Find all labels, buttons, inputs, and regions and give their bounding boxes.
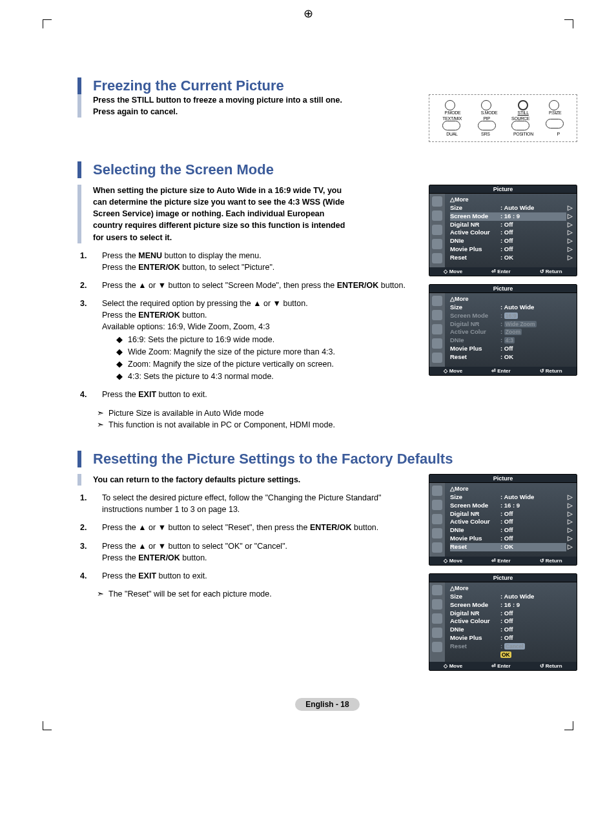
section-title: Freezing the Current Picture [77,77,577,94]
steps-list: 1. Press the MENU button to display the … [77,250,416,401]
section-title: Resetting the Picture Settings to the Fa… [77,451,577,467]
osd-more: △More [450,296,573,302]
osd-footer: ◇ Move⏎ Enter↺ Return [429,662,577,670]
osd-more: △More [450,585,573,591]
osd-row: Digital NR: Off▷ [450,510,573,518]
bullet-item: 4:3: Sets the picture to 4:3 normal mode… [116,371,416,383]
section-freezing: Freezing the Current Picture Press the S… [77,77,577,142]
note-item: Picture Size is available in Auto Wide m… [97,407,416,420]
crop-mark-icon [43,721,52,730]
bullet-item: 16:9: Sets the picture to 16:9 wide mode… [116,334,416,346]
osd-row: Screen Mode: 16 : 9▷ [450,212,573,221]
osd-more: △More [450,196,573,203]
intro-text: When setting the picture size to Auto Wi… [93,185,351,243]
osd-row: DNIe: Off [450,626,573,634]
osd-title: Picture [429,475,577,483]
step-item: 2. Press the ▲ or ▼ button to select "Sc… [97,280,416,291]
osd-row: Active Colour: Off [450,617,573,626]
intro-text: You can return to the factory defaults p… [93,474,351,486]
step-item: 3. Press the ▲ or ▼ button to select "OK… [97,540,416,564]
osd-row: Reset: OK▷ [450,543,573,551]
osd-row: Reset: OK [450,353,573,362]
step-item: 1. To select the desired picture effect,… [97,492,416,515]
osd-row: DNIe: Off▷ [450,526,573,535]
osd-row: DNIe: Off▷ [450,237,573,245]
osd-screenshot: Picture△MoreSize: Auto Wide▷Screen Mode:… [429,474,577,566]
osd-row: Reset: Cancel [450,642,573,651]
osd-footer: ◇ Move⏎ Enter↺ Return [429,367,577,375]
page-number-label: English - 18 [77,698,577,711]
osd-title: Picture [429,285,577,293]
osd-row: Screen Mode: 16 : 9▷ [450,502,573,510]
bullet-item: Zoom: Magnify the size of the picture ve… [116,358,416,371]
osd-row: Active Colour: Off▷ [450,518,573,526]
crop-mark-icon [564,721,573,730]
osd-row: OK [450,651,573,659]
section-title: Selecting the Screen Mode [77,161,577,178]
osd-row: Size: Auto Wide▷ [450,204,573,212]
osd-row: Digital NR: Off▷ [450,221,573,229]
osd-screenshot: Picture△MoreSize: Auto Wide▷Screen Mode:… [429,185,577,276]
osd-row: Movie Plus: Off▷ [450,245,573,254]
osd-row: DNIe: 4:3 [450,336,573,345]
osd-row: Movie Plus: Off [450,345,573,353]
osd-row: Screen Mode: 16 : 9 [450,601,573,610]
step-item: 4. Press the EXIT button to exit. [97,389,416,400]
osd-row: Digital NR: Wide Zoom [450,320,573,329]
osd-row: Screen Mode: 16:9 [450,312,573,320]
osd-screenshot: Picture△MoreSize: Auto WideScreen Mode: … [429,284,577,376]
osd-row: Active Colour: Off▷ [450,229,573,237]
osd-row: Movie Plus: Off [450,634,573,642]
osd-row: Size: Auto Wide [450,303,573,312]
remote-illustration: P.MODE S.MODE STILL P.SIZE TEXT/MIX PIP … [429,94,577,142]
osd-title: Picture [429,185,577,194]
osd-row: Reset: OK▷ [450,254,573,262]
step-item: 4. Press the EXIT button to exit. [97,570,416,582]
osd-screenshot: Picture△MoreSize: Auto WideScreen Mode: … [429,573,577,671]
steps-list: 1. To select the desired picture effect,… [77,492,416,582]
section-screen-mode: Selecting the Screen Mode When setting t… [77,161,577,431]
osd-row: Movie Plus: Off▷ [450,535,573,543]
osd-row: Digital NR: Off [450,610,573,618]
osd-footer: ◇ Move⏎ Enter↺ Return [429,267,577,276]
bullet-item: Wide Zoom: Magnify the size of the pictu… [116,346,416,358]
section-reset: Resetting the Picture Settings to the Fa… [77,451,577,679]
osd-title: Picture [429,574,577,582]
osd-row: Size: Auto Wide [450,593,573,601]
osd-more: △More [450,486,573,492]
osd-row: Size: Auto Wide▷ [450,493,573,502]
step-item: 1. Press the MENU button to display the … [97,250,416,273]
osd-footer: ◇ Move⏎ Enter↺ Return [429,557,577,565]
note-item: The "Reset" will be set for each picture… [97,588,416,600]
step-item: 3. Select the required option by pressin… [97,298,416,382]
intro-text: Press the STILL button to freeze a movin… [93,94,351,118]
osd-row: Active Colur: Zoom [450,328,573,336]
note-item: This function is not available in PC or … [97,419,416,431]
step-item: 2. Press the ▲ or ▼ button to select "Re… [97,522,416,533]
